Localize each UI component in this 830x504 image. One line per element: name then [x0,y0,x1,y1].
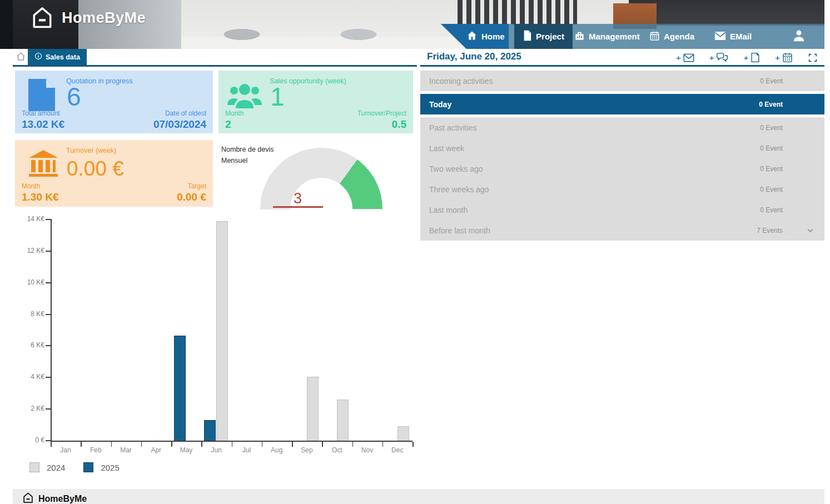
page-root: HomeByMe Home Project Management Agenda … [0,0,830,504]
home-icon [466,30,478,43]
add-note-button[interactable]: + [743,52,760,63]
agenda-row-last-week[interactable]: Last week 0 Event [420,138,824,158]
card-sub-label: Turnover/Project [357,109,406,117]
agenda-date-title: Friday, June 20, 2025 [427,51,521,62]
add-message-button[interactable]: + [709,52,729,63]
card-sub-value: 0.00 € [177,191,206,203]
bar-2024-sep [307,377,319,441]
month-label: Oct [322,446,352,454]
event-count: 7 Events [757,227,783,234]
add-event-button[interactable]: + [775,52,793,63]
y-tick-label: 2 K€ [18,405,44,412]
home-by-me-logo-icon [31,6,54,30]
nav-tab-agenda[interactable]: Agenda [649,24,699,49]
gauge-arc-wrap [260,148,382,209]
bar-2024-jun [216,221,228,441]
gauge-value-underline [273,206,323,208]
card-value: 0.00 € [67,158,124,181]
agenda-row-before-last-month[interactable]: Before last month 7 Events [420,220,824,241]
nav-tab-project[interactable]: Project [514,24,573,49]
month-label: Aug [262,446,292,454]
file-icon [523,30,532,43]
bar-2025-may [174,336,186,441]
y-tick [46,408,51,410]
legend-2024-swatch [29,462,39,472]
footer: HomeByMe [13,489,824,504]
info-icon [34,52,42,62]
person-icon [792,28,806,44]
gauge-value: 3 [294,190,302,207]
nav-tabs: Home Project Management Agenda EMail [441,24,824,49]
bar-2024-dec [397,426,409,441]
agenda-panel: Friday, June 20, 2025 + + + + [420,49,824,299]
tab-sales-data[interactable]: Sales data [28,49,87,65]
home-by-me-logo-icon [22,492,34,504]
agenda-row-today[interactable]: Today 0 Event [420,94,824,114]
card-value: 6 [67,83,81,111]
nav-tab-management[interactable]: Management [574,24,648,49]
month-label: Dec [382,446,412,454]
bar-chart-plot: 0 €2 K€4 K€6 K€8 K€10 K€12 K€14 K€JanFeb… [15,214,423,478]
chevron-down-icon[interactable] [806,226,814,237]
y-tick-label: 8 K€ [18,310,44,318]
y-tick [46,314,51,315]
card-value: 1 [270,83,285,111]
month-label: Jan [51,446,81,454]
y-tick-label: 14 K€ [18,215,44,223]
event-count: 0 Event [760,77,783,85]
chat-bubbles-icon [716,52,728,63]
user-profile-button[interactable] [784,24,813,49]
gauge-chart: Nombre de devis Mensuel 3 [218,140,413,211]
month-label: Sep [292,446,322,454]
legend-2025-label: 2025 [101,463,119,472]
month-label: May [171,446,201,454]
card-sub-value: 0.5 [357,118,406,131]
calendar-icon [782,52,793,63]
card-sub-value: 07/03/2024 [153,118,206,131]
agenda-row-past[interactable]: Past activities 0 Event [420,117,824,138]
y-tick [46,440,51,441]
agenda-row-two-weeks-ago[interactable]: Two weeks ago 0 Event [420,158,824,179]
kpi-card-sales-opportunity[interactable]: Sales opportunity (week) 1 Month 2 Turno… [218,71,413,133]
month-label: Jul [232,446,262,454]
month-label: Jun [201,446,231,454]
fullscreen-button[interactable] [808,53,818,63]
y-tick-label: 6 K€ [18,341,44,349]
y-tick [46,345,51,346]
card-sub-value: 1.30 K€ [22,191,59,203]
event-count: 0 Event [760,144,783,152]
card-title: Turnover (week) [66,147,117,154]
month-label: Feb [81,446,111,454]
card-sub-label: Month [22,182,59,190]
calendar-icon [649,31,660,43]
y-tick [46,219,51,220]
agenda-row-incoming[interactable]: Incoming activities 0 Event [420,71,824,91]
month-label: Nov [352,446,382,454]
card-sub-label: Date of oldest [153,109,206,117]
agenda-row-three-weeks-ago[interactable]: Three weeks ago 0 Event [420,179,824,199]
kpi-card-turnover[interactable]: Turnover (week) 0.00 € Month 1.30 K€ Tar… [15,140,213,207]
event-count: 0 Event [760,124,783,132]
nav-tab-email[interactable]: EMail [714,24,770,49]
x-tick [412,442,414,447]
people-group-icon [226,83,263,112]
agenda-row-last-month[interactable]: Last month 0 Event [420,199,824,220]
briefcase-chart-icon [574,31,585,43]
y-tick-label: 12 K€ [18,247,44,255]
y-tick-label: 4 K€ [18,373,44,381]
breadcrumb-home-icon[interactable] [16,52,26,63]
card-sub-value: 13.02 K€ [22,118,64,131]
footer-brand: HomeByMe [22,492,87,504]
card-sub-label: Target [177,182,206,190]
nav-tab-home[interactable]: Home [441,24,509,49]
kpi-card-quotation[interactable]: Quotation in progress 6 Total amount 13.… [15,71,213,133]
month-label: Mar [111,446,141,454]
card-sub-value: 2 [225,118,243,131]
note-icon [751,52,760,63]
legend-2025-swatch [83,462,93,472]
y-axis [51,219,52,441]
agenda-row-list: Incoming activities 0 Event Today 0 Even… [420,71,824,241]
brand-text: HomeByMe [62,9,146,27]
add-email-button[interactable]: + [676,53,694,62]
bar-chart: 0 €2 K€4 K€6 K€8 K€10 K€12 K€14 K€JanFeb… [15,214,423,478]
